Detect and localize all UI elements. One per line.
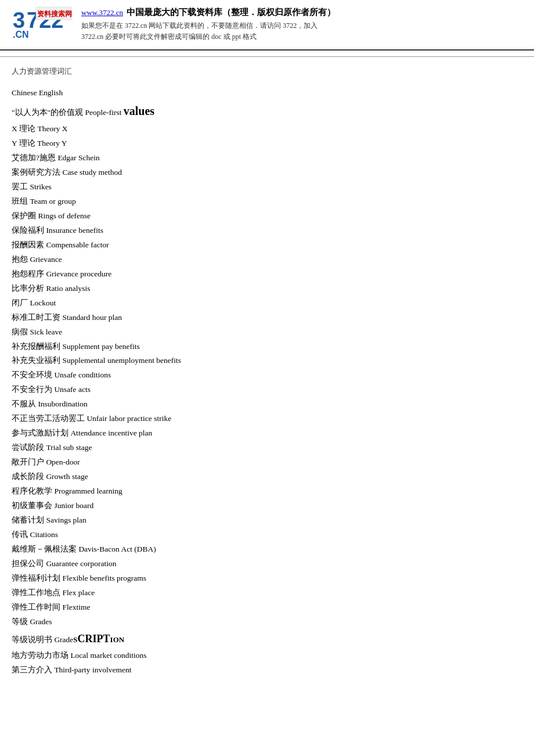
en-term: Rings of defense xyxy=(38,211,91,220)
logo: 3 722 .CN 资料搜索网 xyxy=(12,6,73,44)
list-item: 弹性工作时间 Flextime xyxy=(12,600,522,615)
en-term: Supplemental unemployment benefits xyxy=(62,356,181,365)
list-item: 不安全环境 Unsafe conditions xyxy=(12,368,522,383)
list-item: 弹性工作地点 Flex place xyxy=(12,586,522,600)
list-item: 储蓄计划 Savings plan xyxy=(12,513,522,528)
en-term: English xyxy=(39,88,63,97)
header-sub-line2: 3722.cn 必要时可将此文件解密成可编辑的 doc 或 ppt 格式 xyxy=(81,31,522,42)
en-term: Grades xyxy=(30,617,52,626)
chinese-term: 弹性工作地点 xyxy=(12,588,60,597)
chinese-term: 成长阶段 xyxy=(12,472,44,481)
en-term: Unsafe conditions xyxy=(54,370,111,379)
chinese-term: 程序化教学 xyxy=(12,487,52,495)
list-item: 戴维斯－佩根法案 Davis-Bacon Act (DBA) xyxy=(12,542,522,557)
chinese-term: 等级说明书 xyxy=(12,635,52,644)
chinese-term: 标准工时工资 xyxy=(12,313,60,322)
chinese-term: 闭厂 xyxy=(12,298,28,307)
en-term: Growth stage xyxy=(46,472,88,481)
list-item: 罢工 Strikes xyxy=(12,180,522,195)
list-item: 班组 Team or group xyxy=(12,195,522,209)
list-item: 报酬因素 Compensable factor xyxy=(12,238,522,253)
chinese-term: 弹性工作时间 xyxy=(12,603,60,611)
chinese-term: "以人为本"的价值观 xyxy=(12,108,83,117)
en-term: Flex place xyxy=(62,588,95,597)
chinese-term: 等级 xyxy=(12,617,28,626)
list-item: 初级董事会 Junior board xyxy=(12,499,522,513)
header-main-text: 中国最庞大的下载资料库（整理．版权归原作者所有） xyxy=(127,7,335,18)
svg-text:资料搜索网: 资料搜索网 xyxy=(37,10,72,18)
chinese-term: 补充失业福利 xyxy=(12,356,60,365)
chinese-term: X 理论 xyxy=(12,124,35,133)
header: 3 722 .CN 资料搜索网 www.3722.cn 中国最庞大的下载资料库（… xyxy=(0,0,534,57)
en-term: Compensable factor xyxy=(46,240,109,249)
en-term: Sick leave xyxy=(30,327,62,336)
chinese-term: 初级董事会 xyxy=(12,501,52,510)
list-item: 不服从 Insubordination xyxy=(12,397,522,412)
list-item: 地方劳动力市场 Local market conditions xyxy=(12,649,522,663)
en-term: Citations xyxy=(30,530,58,539)
list-item: 弹性福利计划 Flexible benefits programs xyxy=(12,571,522,586)
list-item: 等级 Grades xyxy=(12,615,522,629)
chinese-term: 第三方介入 xyxy=(12,665,52,674)
svg-text:.CN: .CN xyxy=(13,30,29,39)
en-term: Local market conditions xyxy=(70,651,146,660)
en-term: Insurance benefits xyxy=(46,226,103,235)
chinese-term: 参与式激励计划 xyxy=(12,429,68,437)
list-item: X 理论 Theory X xyxy=(12,122,522,136)
list-item: 艾德加?施恩 Edgar Schein xyxy=(12,151,522,165)
chinese-term: 弹性福利计划 xyxy=(12,574,60,582)
chinese-term: 传讯 xyxy=(12,530,28,539)
page-subtitle: 人力资源管理词汇 xyxy=(0,62,534,86)
chinese-term: 保险福利 xyxy=(12,226,44,235)
en-term: Grievance procedure xyxy=(46,269,111,278)
list-item: 敞开门户 Open-door xyxy=(12,455,522,470)
list-item: 抱怨 Grievance xyxy=(12,253,522,267)
en-term: Standard hour plan xyxy=(62,313,122,322)
chinese-term: 抱怨程序 xyxy=(12,269,44,278)
en-term: Team or group xyxy=(30,197,75,206)
en-term: Savings plan xyxy=(46,516,86,524)
en-term: People-first values xyxy=(85,108,154,117)
list-item: Chinese English xyxy=(12,86,522,100)
en-term: Open-door xyxy=(46,458,80,466)
list-item: 不正当劳工活动罢工 Unfair labor practice strike xyxy=(12,412,522,426)
en-term: Guarantee corporation xyxy=(46,559,116,568)
header-url[interactable]: www.3722.cn xyxy=(81,8,123,17)
en-term: Ratio analysis xyxy=(46,284,90,293)
en-term: Flextime xyxy=(62,603,90,611)
en-term: Supplement pay benefits xyxy=(62,342,139,351)
en-term: Davis-Bacon Act (DBA) xyxy=(78,545,156,553)
list-item: 不安全行为 Unsafe acts xyxy=(12,383,522,397)
list-item: 比率分析 Ratio analysis xyxy=(12,282,522,296)
en-term: Theory X xyxy=(38,124,68,133)
list-item: 成长阶段 Growth stage xyxy=(12,470,522,484)
chinese-term: 敞开门户 xyxy=(12,458,44,466)
en-term: Case study method xyxy=(62,168,122,177)
en-term: Flexible benefits programs xyxy=(62,574,146,582)
list-item: 病假 Sick leave xyxy=(12,325,522,340)
list-item: 第三方介入 Third-party involvement xyxy=(12,663,522,678)
en-term: Third-party involvement xyxy=(54,665,131,674)
list-item: 等级说明书 GradesCRIPTion xyxy=(12,629,522,649)
header-info: www.3722.cn 中国最庞大的下载资料库（整理．版权归原作者所有） 如果您… xyxy=(81,7,522,42)
en-term: Edgar Schein xyxy=(57,153,99,162)
list-item: Y 理论 Theory Y xyxy=(12,136,522,151)
chinese-term: 储蓄计划 xyxy=(12,516,44,524)
vocab-list: Chinese English"以人为本"的价值观 People-first v… xyxy=(12,86,522,678)
en-term: Junior board xyxy=(54,501,93,510)
chinese-term: Chinese xyxy=(12,88,37,97)
list-item: 尝试阶段 Trial sub stage xyxy=(12,441,522,455)
en-term: Trial sub stage xyxy=(46,443,92,452)
chinese-term: 不正当劳工活动罢工 xyxy=(12,414,85,423)
chinese-term: 不安全环境 xyxy=(12,370,52,379)
chinese-term: 保护圈 xyxy=(12,211,36,220)
list-item: 补充失业福利 Supplemental unemployment benefit… xyxy=(12,354,522,368)
list-item: 传讯 Citations xyxy=(12,528,522,542)
chinese-term: 补充报酬福利 xyxy=(12,342,60,351)
en-term: Lockout xyxy=(30,298,56,307)
chinese-term: 不安全行为 xyxy=(12,385,52,394)
en-term: Theory Y xyxy=(37,139,67,147)
chinese-term: 报酬因素 xyxy=(12,240,44,249)
list-item: 保护圈 Rings of defense xyxy=(12,209,522,224)
content: Chinese English"以人为本"的价值观 People-first v… xyxy=(0,86,534,689)
